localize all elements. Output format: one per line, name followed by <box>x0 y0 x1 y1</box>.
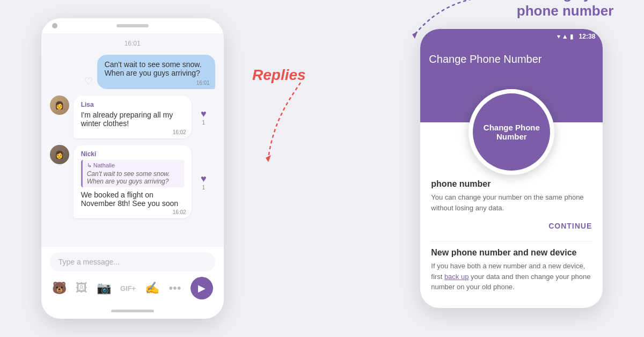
home-bar-area <box>41 303 224 319</box>
reply-quote-author: ↳ Nathalie <box>87 162 180 169</box>
right-phone: ▾ ▲ ▮ 12:38 Change Phone Number Change P… <box>420 29 603 308</box>
status-time: 12:38 <box>579 33 596 40</box>
gif-icon[interactable]: GIF+ <box>120 284 136 292</box>
nicki-heart[interactable]: ♥ 1 <box>201 173 207 191</box>
lisa-name: Lisa <box>81 101 184 108</box>
change-number-label: Change your phone number <box>517 0 614 19</box>
speaker <box>116 24 149 27</box>
left-phone: 16:01 ♡ Can't wait to see some snow. Whe… <box>41 18 224 319</box>
chat-screen: 16:01 ♡ Can't wait to see some snow. Whe… <box>41 33 224 303</box>
nicki-message-wrap: 👩 Nicki ↳ Nathalie Can't wait to see som… <box>50 145 215 218</box>
section2-text: If you have both a new number and a new … <box>431 261 592 292</box>
phone-top-bar <box>41 18 224 33</box>
input-area: Type a message... 🐻 🖼 📷 GIF+ ✍ ••• ▶ <box>41 247 224 303</box>
phone-content: phone number You can change your number … <box>420 171 603 308</box>
section2-title: New phone number and new device <box>431 248 592 258</box>
home-bar <box>111 310 154 312</box>
toolbar-title: Change Phone Number <box>429 53 541 65</box>
middle-labels: Replies <box>263 34 381 303</box>
reply-quote: ↳ Nathalie Can't wait to see some snow. … <box>81 160 184 187</box>
status-icons: ▾ ▲ ▮ <box>557 33 574 40</box>
lisa-message-wrap: 👩 Lisa I'm already preparing all my wint… <box>50 96 215 138</box>
doodle-icon[interactable]: ✍ <box>145 281 159 295</box>
magnifier-content: Change Phone Number <box>473 93 550 171</box>
message-input[interactable]: Type a message... <box>50 252 215 272</box>
more-icon[interactable]: ••• <box>169 281 181 295</box>
section1-title: phone number <box>431 179 592 189</box>
replies-arrow <box>258 77 322 163</box>
send-button[interactable]: ▶ <box>191 277 213 299</box>
camera-icon[interactable]: 📷 <box>97 281 111 295</box>
outgoing-message-wrap: ♡ Can't wait to see some snow. When are … <box>50 55 215 89</box>
magnifier-circle: Change Phone Number <box>469 89 554 175</box>
chat-time: 16:01 <box>41 33 224 50</box>
sticker-icon[interactable]: 🐻 <box>52 281 67 295</box>
svg-marker-1 <box>412 32 418 39</box>
app-toolbar: Change Phone Number <box>420 44 603 74</box>
magnifier-area: Change Phone Number <box>420 74 603 122</box>
section1-text: You can change your number on the same p… <box>431 192 592 213</box>
right-phone-container: Change your phone number ▾ ▲ ▮ 12:38 Cha… <box>420 29 603 308</box>
nicki-name: Nicki <box>81 150 184 158</box>
battery-icon: ▮ <box>570 33 574 40</box>
nicki-avatar: 👩 <box>50 145 69 164</box>
divider <box>431 241 592 241</box>
lisa-heart[interactable]: ♥ 1 <box>201 108 207 126</box>
outgoing-bubble: Can't wait to see some snow. When are yo… <box>97 55 215 89</box>
nicki-bubble: Nicki ↳ Nathalie Can't wait to see some … <box>74 145 192 218</box>
backup-link[interactable]: back up <box>444 273 469 281</box>
chat-area: ♡ Can't wait to see some snow. When are … <box>41 50 224 247</box>
lisa-avatar: 👩 <box>50 96 69 115</box>
lisa-bubble: Lisa I'm already preparing all my winter… <box>74 96 192 138</box>
front-camera <box>52 23 57 28</box>
toolbar-icons: 🐻 🖼 📷 GIF+ ✍ ••• ▶ <box>50 277 215 299</box>
signal-icon: ▲ <box>562 33 568 40</box>
main-container: 16:01 ♡ Can't wait to see some snow. Whe… <box>0 0 644 337</box>
wifi-icon: ▾ <box>557 33 560 40</box>
svg-marker-0 <box>266 155 271 162</box>
status-bar: ▾ ▲ ▮ 12:38 <box>420 29 603 44</box>
heart-icon[interactable]: ♡ <box>84 75 93 87</box>
reply-quote-text: Can't wait to see some snow. When are yo… <box>87 170 180 185</box>
image-icon[interactable]: 🖼 <box>76 281 87 295</box>
continue-button[interactable]: CONTINUE <box>431 213 592 235</box>
